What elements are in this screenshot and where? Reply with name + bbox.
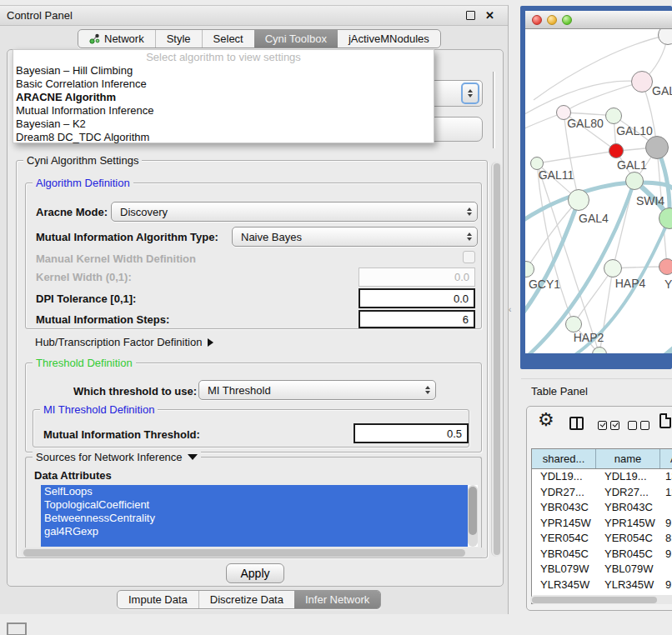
dpi-tolerance-field[interactable]: 0.0 — [359, 288, 475, 308]
panel-splitter-handle[interactable]: ‹ — [509, 305, 511, 314]
aracne-mode-label: Aracne Mode: — [36, 206, 108, 218]
table-row[interactable]: YLR345WYLR345W9. — [532, 578, 672, 593]
apply-button[interactable]: Apply — [226, 563, 284, 583]
settings-horizontal-scrollbar[interactable] — [21, 548, 486, 558]
node-gal1[interactable] — [609, 143, 624, 158]
attribute-item-betweennesscentrality[interactable]: BetweennessCentrality — [41, 512, 468, 525]
algorithm-option-bayesian-hill-climbing[interactable]: Bayesian – Hill Climbing — [13, 64, 434, 78]
network-canvas[interactable]: GALGAL80GAL10GAL1GAL11SWI4GAL4HAP4YGCY1H… — [525, 29, 672, 353]
algorithm-definition-title: Algorithm Definition — [33, 177, 133, 189]
kernel-width-label: Kernel Width (0,1): — [36, 271, 132, 283]
table-cell: YDR27... — [532, 485, 596, 501]
node-gal-cut[interactable] — [631, 71, 653, 92]
tab-label: Discretize Data — [210, 593, 283, 606]
table-row[interactable]: YDR27...YDR27...12 — [532, 485, 672, 501]
algorithm-selection-popup: Select algorithm to view settings Bayesi… — [13, 49, 434, 143]
combo-stepper-icon — [425, 386, 430, 394]
table-row[interactable]: YER054CYER054C8. — [532, 531, 672, 547]
hub-tf-definition-toggle[interactable]: Hub/Transcription Factor Definition — [35, 336, 213, 348]
manual-kernel-checkbox[interactable] — [463, 251, 475, 263]
tab-style[interactable]: Style — [155, 30, 202, 48]
table-cell — [660, 562, 672, 578]
table-row[interactable]: YPR145WYPR145W9. — [532, 516, 672, 532]
mi-algorithm-type-label: Mutual Information Algorithm Type: — [36, 231, 218, 243]
node-label-gal1: GAL1 — [617, 158, 647, 172]
tab-infer-network[interactable]: Infer Network — [294, 591, 380, 608]
cyni-algorithm-settings-title: Cyni Algorithm Settings — [23, 154, 142, 167]
table-row[interactable]: YBL079WYBL079W — [532, 562, 672, 578]
control-panel-title: Control Panel — [7, 9, 466, 22]
settings-vertical-scrollbar[interactable] — [491, 162, 502, 557]
table-cell: 12 — [660, 485, 672, 501]
mi-algorithm-type-value: Naive Bayes — [241, 231, 302, 243]
algorithm-option-bayesian-k2[interactable]: Bayesian – K2 — [13, 118, 434, 131]
node-label-hap2: HAP2 — [574, 331, 604, 344]
close-icon[interactable]: ✕ — [485, 11, 494, 20]
select-all-checkboxes-icon[interactable] — [598, 421, 619, 430]
table-row[interactable]: YBR043CYBR043C — [532, 500, 672, 516]
minimize-traffic-light[interactable] — [547, 15, 557, 25]
tab-impute-data[interactable]: Impute Data — [118, 591, 198, 608]
algorithm-option-dream8-dc-tdc-algorithm[interactable]: Dream8 DC_TDC Algorithm — [13, 131, 434, 144]
table-panel-title: Table Panel — [531, 385, 588, 398]
algorithm-popup-list: Bayesian – Hill ClimbingBasic Correlatio… — [13, 64, 434, 144]
algorithm-option-aracne-algorithm[interactable]: ARACNE Algorithm — [13, 91, 434, 104]
minimized-window-icon[interactable] — [7, 622, 27, 635]
deselect-all-checkboxes-icon[interactable] — [628, 421, 649, 430]
gear-icon[interactable]: ⚙ — [538, 409, 554, 431]
cyni-algorithm-settings-group: Cyni Algorithm Settings Algorithm Defini… — [16, 160, 488, 558]
node-gray[interactable] — [645, 136, 669, 159]
table-row[interactable]: YBR045CYBR045C9. — [532, 547, 672, 562]
float-window-icon[interactable] — [466, 11, 475, 20]
node-hap4[interactable] — [604, 259, 622, 278]
close-traffic-light[interactable] — [532, 15, 542, 25]
mi-algorithm-type-combo[interactable]: Naive Bayes — [232, 227, 478, 247]
tab-select[interactable]: Select — [202, 30, 254, 48]
cyni-bottom-tabbar: Impute DataDiscretize DataInfer Network — [117, 590, 381, 609]
columns-icon[interactable] — [569, 417, 584, 430]
tab-label: Style — [167, 32, 191, 45]
mi-threshold-group: MI Threshold Definition Mutual Informati… — [33, 409, 469, 448]
attribute-item-gal4rgexp[interactable]: gal4RGexp — [41, 525, 468, 538]
mi-steps-label: Mutual Information Steps: — [36, 313, 169, 326]
tab-discretize-data[interactable]: Discretize Data — [198, 591, 294, 608]
table-body: YDL19...YDL19...13YDR27...YDR27...12YBR0… — [532, 469, 672, 604]
table-horizontal-scrollbar[interactable] — [530, 595, 672, 604]
column-header-shared[interactable]: shared... — [532, 449, 596, 468]
node-label-gal4: GAL4 — [579, 212, 609, 225]
table-cell: YBL079W — [532, 562, 596, 578]
mi-threshold-field[interactable]: 0.5 — [354, 423, 469, 443]
which-threshold-combo[interactable]: MI Threshold — [198, 380, 436, 400]
network-window-titlebar[interactable] — [525, 11, 672, 29]
mi-steps-field[interactable]: 6 — [359, 310, 475, 328]
kernel-width-field[interactable]: 0.0 — [359, 268, 475, 287]
attribute-item-clipped[interactable] — [41, 538, 468, 547]
attribute-list-scrollbar[interactable] — [468, 485, 478, 547]
algorithm-option-mutual-information-inference[interactable]: Mutual Information Inference — [13, 104, 434, 118]
aracne-mode-combo[interactable]: Discovery — [111, 202, 478, 222]
document-icon[interactable] — [659, 413, 671, 428]
node-gal10[interactable] — [605, 108, 622, 124]
node-pink-right[interactable] — [659, 258, 672, 275]
table-cell: YLR345W — [532, 578, 596, 593]
table-row[interactable]: YDL19...YDL19...13 — [532, 469, 672, 485]
sources-group-title[interactable]: Sources for Network Inference — [33, 451, 201, 463]
table-cell: YDR27... — [596, 485, 660, 501]
node-gal4[interactable] — [568, 189, 589, 211]
obscured-combo-stepper[interactable] — [461, 82, 479, 104]
node-hap2[interactable] — [565, 316, 582, 332]
tab-jactivemnodules[interactable]: jActiveMNodules — [338, 30, 440, 48]
sources-group: Sources for Network Inference Data Attri… — [25, 457, 482, 558]
tab-cyni-toolbox[interactable]: Cyni Toolbox — [254, 30, 338, 48]
attribute-item-topologicalcoefficient[interactable]: TopologicalCoefficient — [41, 498, 468, 512]
attribute-item-selfloops[interactable]: SelfLoops — [41, 485, 468, 498]
mi-threshold-group-title: MI Threshold Definition — [40, 403, 158, 416]
node-swi4[interactable] — [625, 172, 644, 190]
tab-network[interactable]: Network — [78, 30, 155, 48]
zoom-traffic-light[interactable] — [562, 15, 572, 25]
algorithm-definition-group: Algorithm Definition Aracne Mode: Discov… — [25, 182, 482, 329]
column-header-a[interactable]: A — [660, 449, 672, 468]
algorithm-option-basic-correlation-inference[interactable]: Basic Correlation Inference — [13, 78, 434, 91]
column-header-name[interactable]: name — [596, 449, 660, 468]
node-label-swi4: SWI4 — [636, 194, 664, 208]
